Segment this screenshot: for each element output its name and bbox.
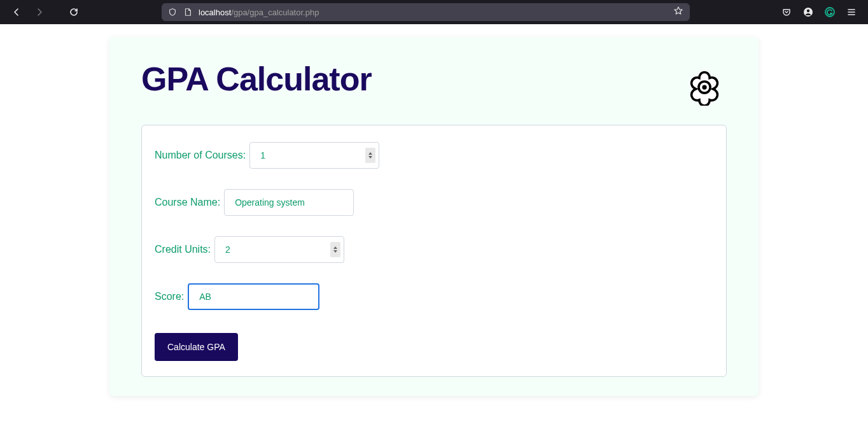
page-icon [183, 8, 192, 17]
reload-button[interactable] [65, 3, 83, 21]
url-path: /gpa/gpa_calculator.php [231, 8, 319, 17]
url-text: localhost/gpa/gpa_calculator.php [199, 8, 667, 17]
spinner-down-icon [333, 250, 337, 253]
shield-icon [168, 8, 177, 17]
bookmark-star-icon[interactable] [673, 6, 683, 18]
svg-point-4 [702, 85, 706, 89]
flower-icon [686, 69, 723, 108]
credit-units-input-wrap [214, 236, 344, 263]
num-courses-row: Number of Courses: [155, 142, 713, 169]
num-courses-input[interactable] [249, 142, 379, 169]
num-courses-spinner[interactable] [365, 148, 375, 163]
page-viewport: GPA Calculator Number of Courses: [0, 24, 868, 396]
grammarly-icon[interactable] [825, 7, 835, 17]
score-row: Score: [155, 283, 713, 310]
credit-units-input[interactable] [214, 236, 344, 263]
url-host: localhost [199, 8, 231, 17]
pocket-icon[interactable] [781, 7, 792, 17]
course-name-row: Course Name: [155, 189, 713, 216]
num-courses-input-wrap [249, 142, 379, 169]
menu-icon[interactable] [846, 7, 857, 17]
page-title: GPA Calculator [141, 60, 372, 98]
spinner-up-icon [368, 152, 372, 155]
spinner-up-icon [333, 246, 337, 249]
browser-toolbar: localhost/gpa/gpa_calculator.php [0, 0, 868, 24]
main-card: GPA Calculator Number of Courses: [109, 37, 759, 396]
course-name-label: Course Name: [155, 197, 220, 208]
calculate-button[interactable]: Calculate GPA [155, 333, 238, 361]
score-label: Score: [155, 291, 184, 302]
credit-units-row: Credit Units: [155, 236, 713, 263]
back-button[interactable] [8, 3, 25, 21]
svg-point-1 [807, 10, 809, 12]
forward-button[interactable] [31, 3, 48, 21]
credit-units-spinner[interactable] [330, 242, 340, 257]
nav-buttons [8, 3, 83, 21]
url-bar[interactable]: localhost/gpa/gpa_calculator.php [162, 3, 690, 21]
score-input[interactable] [188, 283, 319, 310]
form-box: Number of Courses: Course Name: Credit U… [141, 125, 727, 377]
toolbar-right-icons [781, 7, 860, 17]
num-courses-label: Number of Courses: [155, 150, 246, 161]
spinner-down-icon [368, 156, 372, 159]
account-icon[interactable] [803, 7, 813, 17]
credit-units-label: Credit Units: [155, 244, 211, 255]
header-row: GPA Calculator [141, 60, 727, 108]
course-name-input[interactable] [224, 189, 354, 216]
